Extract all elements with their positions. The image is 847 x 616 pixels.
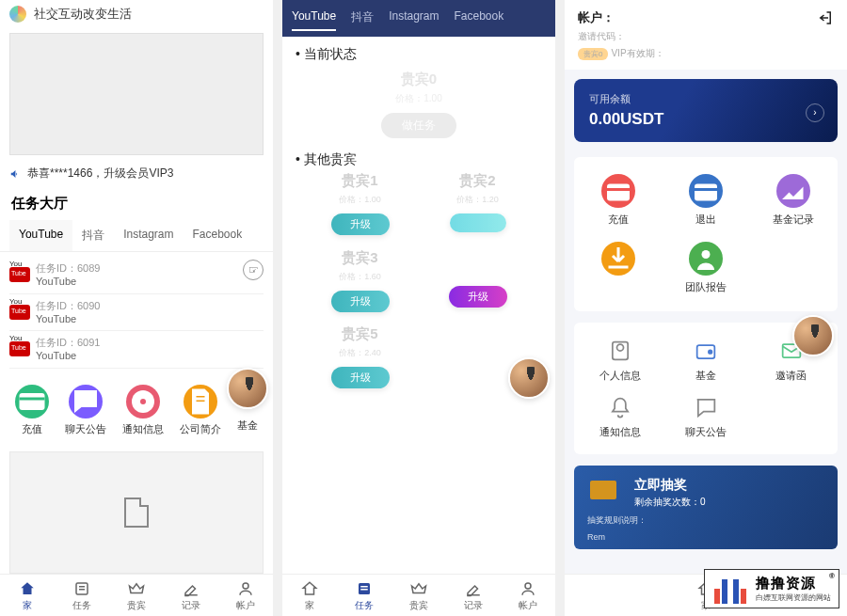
gift-icon [587,471,619,499]
task-row[interactable]: 任务ID：6089 YouTube [9,257,264,294]
edit-icon [182,580,200,597]
nav-vip[interactable]: 贵宾 [409,580,428,612]
broken-doc-icon [124,498,149,528]
withdraw-item[interactable]: 退出 [662,166,749,234]
nav-home[interactable]: 家 [18,580,37,612]
service-avatar[interactable] [792,315,834,356]
svg-rect-17 [607,188,630,191]
tab-douyin[interactable]: 抖音 [72,220,114,251]
nav-task[interactable]: 任务 [72,580,91,612]
fund-action[interactable]: 基金 [237,385,258,436]
recharge-action[interactable]: 充值 [15,385,49,436]
logo-icon [9,6,26,23]
nav-task[interactable]: 任务 [355,580,374,612]
upgrade-button[interactable]: 升级 [449,286,507,308]
nav-record[interactable]: 记录 [464,580,483,612]
balance-card[interactable]: 可用余额 0.00USDT › [574,79,838,142]
card-icon [15,385,49,419]
tab-youtube[interactable]: YouTube [9,220,72,251]
tab-instagram[interactable]: Instagram [114,220,183,251]
download-item[interactable] [574,234,662,302]
upgrade-button[interactable]: 升级 [331,367,390,388]
chat-icon [693,394,719,420]
tab-facebook[interactable]: Facebook [184,220,252,251]
task-id: 任务ID：6090 [36,299,100,312]
home-icon [300,580,319,597]
youtube-icon [9,267,30,282]
vip-card-1: 贵宾1 价格：1.00 升级 [311,172,409,236]
vip-badge: 贵宾0 [578,48,608,60]
crown-icon [409,580,428,597]
balance-amount: 0.00USDT [589,110,823,129]
svg-rect-19 [695,188,717,191]
chart-icon [776,174,810,208]
hand-pointer-icon[interactable]: ☞ [243,260,264,280]
upgrade-button[interactable]: 升级 [331,291,390,312]
vip-current: 贵宾0 价格：1.00 做任务 [311,71,527,138]
message-icon [126,385,160,419]
svg-point-21 [617,344,624,351]
task-row[interactable]: 任务ID：6091 YouTube [9,331,264,369]
panel-task: YouTube 抖音 Instagram Facebook 当前状态 贵宾0 价… [282,0,555,616]
bottom-nav: 家 任务 贵宾 记录 帐户 [0,574,273,616]
announcement-bar: 恭喜****1466，升级会员VIP3 [0,160,273,187]
sound-icon [9,167,23,181]
arrow-right-icon[interactable]: › [806,103,824,122]
svg-rect-18 [695,184,717,201]
hero-banner [9,33,264,155]
announcement-text: 恭喜****1466，升级会员VIP3 [27,166,173,182]
logout-icon[interactable] [817,9,834,26]
current-status-title: 当前状态 [282,37,555,67]
tab-instagram[interactable]: Instagram [389,9,439,31]
lottery-rem: Rem [587,532,824,542]
lottery-rule: 抽奖规则说明： [587,514,824,527]
nav-account[interactable]: 帐户 [519,580,537,612]
lottery-remaining: 剩余抽奖次数：0 [634,496,824,509]
recharge-item[interactable]: 充值 [574,166,662,234]
task-name: YouTube [36,275,100,288]
service-avatar[interactable] [508,357,550,399]
profile-item[interactable]: 个人信息 [578,332,663,388]
watermark-title: 撸撸资源 [756,575,831,592]
nav-record[interactable]: 记录 [182,580,200,612]
card-icon [689,174,723,208]
lottery-card[interactable]: 立即抽奖 剩余抽奖次数：0 抽奖规则说明： Rem [574,466,838,549]
chat-notice-action[interactable]: 聊天公告 [65,385,106,436]
vip-card-2: 贵宾2 价格：1.20 [428,172,527,236]
notify-action[interactable]: 通知信息 [122,385,164,436]
crown-icon [127,580,146,597]
do-task-button[interactable]: 做任务 [381,113,456,138]
svg-rect-0 [20,393,45,410]
task-name: YouTube [36,349,100,362]
panel-home: 社交互动改变生活 恭喜****1466，升级会员VIP3 任务大厅 YouTub… [0,0,273,616]
account-label: 帐户： [578,9,834,26]
tab-facebook[interactable]: Facebook [455,9,504,31]
task-row[interactable]: 任务ID：6090 YouTube [9,294,264,332]
chat-notice-item[interactable]: 聊天公告 [663,388,749,445]
account-menu-grid-2: 个人信息 基金 邀请函 通知信息 聊天公告 [574,323,838,454]
tab-youtube[interactable]: YouTube [292,9,336,31]
team-report-item[interactable]: 团队报告 [662,234,749,302]
svg-point-3 [140,399,146,404]
tab-douyin[interactable]: 抖音 [351,9,374,31]
fund-record-item[interactable]: 基金记录 [750,166,838,234]
upgrade-button[interactable] [450,213,506,232]
list-icon [355,580,374,597]
notify-item[interactable]: 通知信息 [578,388,663,445]
header: 社交互动改变生活 [0,0,273,28]
upgrade-button[interactable]: 升级 [331,213,390,235]
user-icon [519,580,537,597]
company-action[interactable]: 公司简介 [180,385,221,436]
vip-price: 价格：1.00 [311,92,527,105]
service-avatar[interactable] [227,368,268,409]
nav-account[interactable]: 帐户 [236,580,255,612]
wallet-icon [693,338,719,364]
youtube-icon [9,341,30,356]
vip-name: 贵宾0 [311,71,527,88]
account-header: 帐户： 邀请代码： 贵宾0VIP有效期： [565,0,847,70]
fund-item[interactable]: 基金 [663,332,749,388]
watermark-subtitle: 白嫖互联网资源的网站 [756,592,831,603]
account-menu-grid: 充值 退出 基金记录 团队报告 [574,157,838,311]
nav-home[interactable]: 家 [300,580,319,612]
nav-vip[interactable]: 贵宾 [127,580,146,612]
